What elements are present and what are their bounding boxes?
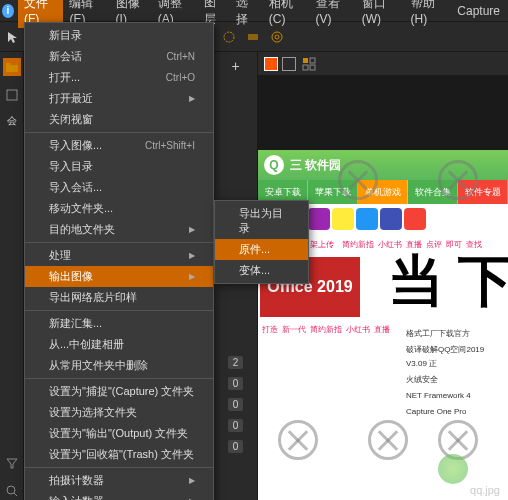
- menu-item[interactable]: 设置为"输出"(Output) 文件夹: [25, 423, 213, 444]
- menu-item[interactable]: 目的地文件夹▶: [25, 219, 213, 240]
- menu-help[interactable]: 帮助(H): [405, 0, 452, 28]
- color-swatch-fg[interactable]: [264, 57, 278, 71]
- menu-item[interactable]: 导入会话...: [25, 177, 213, 198]
- counter-badge: 0: [228, 440, 244, 453]
- app-icon: [404, 208, 426, 230]
- menu-item[interactable]: 从...中创建相册: [25, 334, 213, 355]
- menu-view[interactable]: 查看(V): [310, 0, 356, 28]
- session-icon[interactable]: [3, 86, 21, 104]
- svg-rect-12: [310, 65, 315, 70]
- counter-badge: 0: [228, 377, 244, 390]
- menu-item[interactable]: 新目录: [25, 25, 213, 46]
- gradient-icon[interactable]: [244, 28, 262, 46]
- site-title: 三 软件园: [290, 157, 341, 174]
- menu-item[interactable]: 输出图像▶: [25, 266, 213, 287]
- left-sidebar: 会: [0, 52, 24, 500]
- menu-item[interactable]: 设置为"回收箱"(Trash) 文件夹: [25, 444, 213, 465]
- session-label: 会: [7, 114, 17, 128]
- filter-icon[interactable]: [3, 454, 21, 472]
- menu-item[interactable]: 处理▶: [25, 245, 213, 266]
- counter-badge: 0: [228, 398, 244, 411]
- watermark-x-icon: [278, 420, 318, 460]
- svg-rect-6: [7, 90, 17, 100]
- layout-icon[interactable]: [300, 55, 318, 73]
- menu-item[interactable]: 移动文件夹...: [25, 198, 213, 219]
- export-submenu: 导出为目录原件...变体...: [214, 200, 309, 284]
- app-icon: [332, 208, 354, 230]
- menu-item[interactable]: 输入计数器▶: [25, 491, 213, 500]
- svg-rect-3: [248, 34, 258, 40]
- menubar: i 文件(F) 编辑(E) 图像(I) 调整(A) 图层 选择 相机(C) 查看…: [0, 0, 508, 22]
- watermark-x-icon: [438, 160, 478, 200]
- menu-item[interactable]: 打开最近▶: [25, 88, 213, 109]
- menu-item[interactable]: 导入图像...Ctrl+Shift+I: [25, 135, 213, 156]
- color-swatch-bg[interactable]: [282, 57, 296, 71]
- app-icon: [308, 208, 330, 230]
- menu-item[interactable]: 设置为"捕捉"(Capture) 文件夹: [25, 381, 213, 402]
- watermark-x-icon: [368, 420, 408, 460]
- menu-window[interactable]: 窗口(W): [356, 0, 405, 28]
- menu-item[interactable]: 导入目录: [25, 156, 213, 177]
- svg-line-8: [14, 493, 17, 496]
- menu-select[interactable]: 选择: [230, 0, 262, 30]
- download-list: 格式工厂下载官方 破译破解QQ空间2019 V3.09 正 火绒安全 NET F…: [406, 326, 506, 420]
- cursor-icon[interactable]: [4, 28, 22, 46]
- watermark-text: 下: [458, 244, 508, 320]
- svg-point-7: [7, 486, 15, 494]
- file-dropdown-menu: 新目录新会话Ctrl+N打开...Ctrl+O打开最近▶关闭视窗导入图像...C…: [24, 22, 214, 500]
- app-icon: [380, 208, 402, 230]
- filename-label: qq.jpg: [470, 484, 500, 496]
- menu-item[interactable]: 打开...Ctrl+O: [25, 67, 213, 88]
- watermark-x-icon: [338, 160, 378, 200]
- canvas-toolbar: [258, 52, 508, 76]
- submenu-item[interactable]: 变体...: [215, 260, 308, 281]
- menu-item[interactable]: 设置为选择文件夹: [25, 402, 213, 423]
- submenu-item[interactable]: 原件...: [215, 239, 308, 260]
- menu-item[interactable]: 关闭视窗: [25, 109, 213, 130]
- search-icon[interactable]: [3, 482, 21, 500]
- app-logo-icon: i: [2, 4, 14, 18]
- menu-capture[interactable]: Capture: [451, 2, 506, 20]
- watermark-text: 当: [388, 244, 444, 320]
- menu-item[interactable]: 拍摄计数器▶: [25, 470, 213, 491]
- add-icon[interactable]: +: [227, 58, 245, 76]
- svg-rect-9: [303, 58, 308, 63]
- folder-icon[interactable]: [3, 58, 21, 76]
- site-logo-icon: Q: [264, 155, 284, 175]
- mask-icon[interactable]: [220, 28, 238, 46]
- svg-point-5: [275, 35, 279, 39]
- submenu-item[interactable]: 导出为目录: [215, 203, 308, 239]
- counter-badge: 0: [228, 419, 244, 432]
- svg-point-2: [224, 32, 234, 42]
- counter-badge: 2: [228, 356, 244, 369]
- radial-icon[interactable]: [268, 28, 286, 46]
- svg-point-4: [272, 32, 282, 42]
- app-icon: [356, 208, 378, 230]
- menu-item[interactable]: 新建汇集...: [25, 313, 213, 334]
- menu-camera[interactable]: 相机(C): [263, 0, 310, 28]
- svg-rect-10: [310, 58, 315, 63]
- menu-item[interactable]: 新会话Ctrl+N: [25, 46, 213, 67]
- menu-item[interactable]: 导出网络底片印样: [25, 287, 213, 308]
- menu-item[interactable]: 从常用文件夹中删除: [25, 355, 213, 376]
- watermark-logo-icon: [438, 454, 468, 484]
- svg-rect-11: [303, 65, 308, 70]
